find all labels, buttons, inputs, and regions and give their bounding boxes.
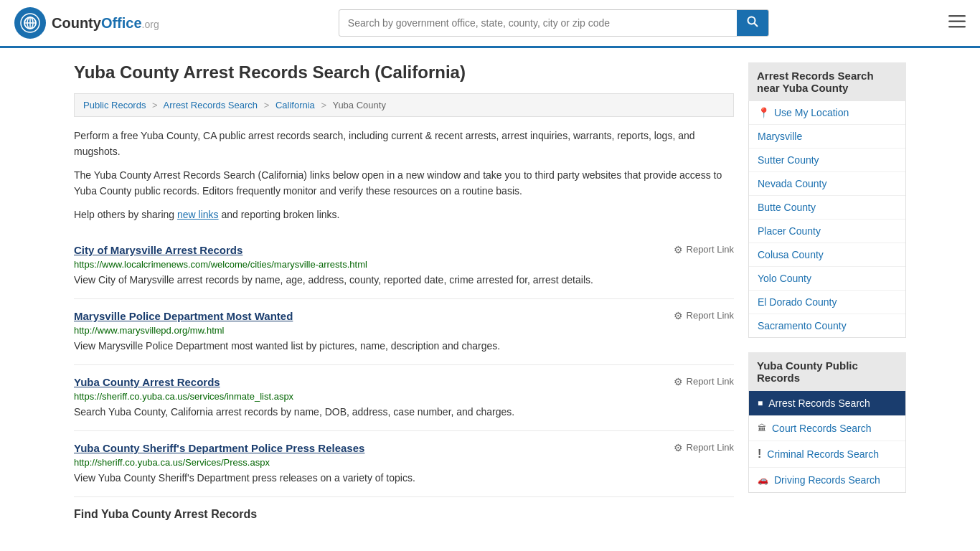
report-label: Report Link [687,376,734,387]
nearby-link-marysville[interactable]: Marysville [749,125,905,149]
nearby-link[interactable]: Butte County [758,202,816,213]
svg-rect-7 [948,15,966,17]
nearby-link[interactable]: Placer County [758,225,821,237]
report-link[interactable]: ⚙ Report Link [674,442,734,453]
nearby-link-butte[interactable]: Butte County [749,196,905,220]
result-title-row: City of Marysville Arrest Records ⚙ Repo… [74,244,734,256]
breadcrumb-arrest-records[interactable]: Arrest Records Search [164,100,258,110]
result-link[interactable]: Marysville Police Department Most Wanted [74,310,293,322]
result-title-row: Yuba County Sheriff's Department Police … [74,442,734,454]
logo-icon [14,7,46,39]
site-header: CountyOffice.org [0,0,980,48]
new-links-link[interactable]: new links [177,209,219,220]
breadcrumb-public-records[interactable]: Public Records [83,100,146,110]
nearby-link[interactable]: Yolo County [758,273,811,284]
desc-para3-start: Help others by sharing [74,209,174,220]
result-link[interactable]: Yuba County Arrest Records [74,376,220,388]
public-records-section: Yuba County Public Records ■ Arrest Reco… [748,352,906,493]
search-input[interactable] [339,11,737,34]
report-label: Report Link [687,442,734,453]
nearby-links: 📍 Use My Location Marysville Sutter Coun… [748,101,906,338]
breadcrumb: Public Records > Arrest Records Search >… [74,93,734,117]
records-item-arrest[interactable]: ■ Arrest Records Search [749,391,905,416]
breadcrumb-sep3: > [321,100,326,110]
nearby-section: Arrest Records Search near Yuba County 📍… [748,62,906,338]
breadcrumb-current: Yuba County [332,100,385,110]
result-title-row: Marysville Police Department Most Wanted… [74,310,734,322]
report-link[interactable]: ⚙ Report Link [674,310,734,321]
nearby-link[interactable]: El Dorado County [758,296,837,308]
result-url: https://www.localcrimenews.com/welcome/c… [74,259,734,270]
records-item-court[interactable]: 🏛 Court Records Search [749,416,905,441]
report-label: Report Link [687,244,734,255]
records-link[interactable]: Court Records Search [772,423,872,434]
result-link[interactable]: City of Marysville Arrest Records [74,244,242,256]
result-link[interactable]: Yuba County Sheriff's Department Police … [74,442,364,454]
nearby-link[interactable]: Marysville [758,131,802,142]
sidebar: Arrest Records Search near Yuba County 📍… [748,62,906,521]
nearby-link[interactable]: Sutter County [758,154,819,166]
use-location-item[interactable]: 📍 Use My Location [749,101,905,125]
nearby-link-colusa[interactable]: Colusa County [749,243,905,267]
desc-para1: Perform a free Yuba County, CA public ar… [74,128,734,160]
nearby-link[interactable]: Sacramento County [758,320,847,331]
desc-para3: Help others by sharing new links and rep… [74,207,734,222]
records-link[interactable]: Arrest Records Search [768,397,870,409]
nearby-link-sacramento[interactable]: Sacramento County [749,314,905,337]
location-pin-icon: 📍 [758,107,770,118]
nearby-link-placer[interactable]: Placer County [749,220,905,243]
breadcrumb-sep2: > [264,100,270,110]
svg-line-6 [754,23,758,27]
page-title: Yuba County Arrest Records Search (Calif… [74,62,734,83]
find-section-title: Find Yuba County Arrest Records [74,497,734,521]
content-area: Yuba County Arrest Records Search (Calif… [74,62,734,521]
search-button[interactable] [737,10,768,36]
report-icon: ⚙ [674,442,683,453]
results-list: City of Marysville Arrest Records ⚙ Repo… [74,233,734,497]
records-link[interactable]: Criminal Records Search [767,448,879,460]
records-item-driving[interactable]: 🚗 Driving Records Search [749,468,905,492]
driving-icon: 🚗 [758,475,768,485]
nearby-link-eldorado[interactable]: El Dorado County [749,291,905,314]
result-url: https://sheriff.co.yuba.ca.us/services/i… [74,391,734,402]
desc-para3-end: and reporting broken links. [221,209,339,220]
result-item: Marysville Police Department Most Wanted… [74,299,734,365]
report-label: Report Link [687,310,734,321]
nearby-link-yolo[interactable]: Yolo County [749,267,905,291]
court-icon: 🏛 [758,423,766,433]
nearby-link[interactable]: Nevada County [758,178,827,189]
report-icon: ⚙ [674,244,683,255]
logo-office: Office [101,15,142,31]
result-desc: Search Yuba County, California arrest re… [74,405,734,420]
public-records-header: Yuba County Public Records [748,352,906,391]
result-item: Yuba County Arrest Records ⚙ Report Link… [74,365,734,431]
result-item: City of Marysville Arrest Records ⚙ Repo… [74,233,734,299]
result-desc: View Yuba County Sheriff's Department pr… [74,471,734,486]
desc-para2: The Yuba County Arrest Records Search (C… [74,167,734,199]
nearby-header: Arrest Records Search near Yuba County [748,62,906,101]
nearby-link-nevada[interactable]: Nevada County [749,172,905,196]
report-icon: ⚙ [674,376,683,387]
records-item-criminal[interactable]: ! Criminal Records Search [749,441,905,468]
svg-rect-9 [948,26,966,28]
result-title-row: Yuba County Arrest Records ⚙ Report Link [74,376,734,388]
svg-rect-8 [948,21,966,23]
nearby-link-sutter[interactable]: Sutter County [749,149,905,172]
report-icon: ⚙ [674,310,683,321]
arrest-icon: ■ [758,398,763,408]
records-link[interactable]: Driving Records Search [774,474,880,486]
result-desc: View Marysville Police Department most w… [74,339,734,354]
result-url: http://www.marysvillepd.org/mw.html [74,325,734,336]
breadcrumb-california[interactable]: California [275,100,315,110]
report-link[interactable]: ⚙ Report Link [674,244,734,255]
menu-icon[interactable] [948,14,966,32]
nearby-link[interactable]: Colusa County [758,249,824,260]
criminal-icon: ! [758,448,761,461]
result-url: http://sheriff.co.yuba.ca.us/Services/Pr… [74,457,734,468]
breadcrumb-sep1: > [152,100,158,110]
report-link[interactable]: ⚙ Report Link [674,376,734,387]
records-list: ■ Arrest Records Search 🏛 Court Records … [748,391,906,493]
logo-area: CountyOffice.org [14,7,159,39]
main-container: Yuba County Arrest Records Search (Calif… [60,48,920,535]
use-location-link[interactable]: Use My Location [774,107,849,118]
